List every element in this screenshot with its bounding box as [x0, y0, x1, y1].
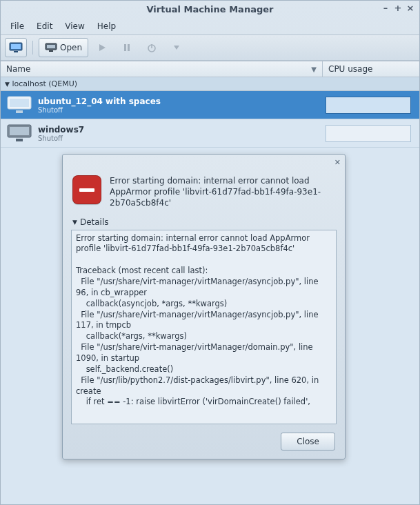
monitor-icon — [6, 95, 32, 115]
menu-edit[interactable]: Edit — [31, 20, 58, 32]
vm-status: Shutoff — [38, 106, 326, 114]
dialog-close-button[interactable]: ✕ — [334, 158, 341, 167]
column-header-name[interactable]: Name ▼ — [1, 61, 323, 77]
error-dialog: ✕ Error starting domain: internal error … — [62, 154, 346, 459]
toolbar-separator — [32, 41, 33, 55]
window-controls: – + × — [381, 3, 415, 13]
pause-icon — [122, 43, 132, 52]
svg-rect-17 — [16, 139, 23, 141]
power-icon — [147, 43, 157, 52]
connection-label: localhost (QEMU) — [12, 79, 77, 88]
titlebar: Virtual Machine Manager – + × — [1, 1, 419, 18]
svg-rect-5 — [49, 50, 53, 52]
run-button[interactable] — [91, 38, 113, 57]
svg-rect-14 — [16, 110, 23, 113]
pause-button[interactable] — [116, 38, 138, 57]
monitor-icon — [6, 123, 32, 143]
open-button[interactable]: Open — [39, 38, 88, 57]
svg-rect-4 — [47, 45, 55, 48]
vm-meta: ubuntu_12_04 with spaces Shutoff — [38, 97, 326, 114]
column-name-label: Name — [6, 64, 30, 74]
vm-row[interactable]: windows7 Shutoff — [1, 119, 419, 148]
svg-rect-7 — [124, 44, 126, 51]
toolbar: Open — [1, 34, 419, 61]
connection-row[interactable]: ▼ localhost (QEMU) — [1, 77, 419, 91]
vm-status: Shutoff — [38, 135, 326, 142]
dialog-titlebar: ✕ — [63, 155, 345, 170]
cpu-usage-cell — [326, 125, 411, 142]
chevron-down-icon — [173, 44, 180, 51]
svg-marker-11 — [174, 46, 179, 50]
play-icon — [97, 43, 107, 52]
new-vm-button[interactable] — [5, 38, 27, 57]
close-window-button[interactable]: × — [406, 3, 415, 13]
svg-rect-13 — [10, 99, 29, 107]
svg-rect-1 — [11, 44, 21, 49]
dialog-footer: Close — [63, 424, 345, 459]
shutdown-menu-button[interactable] — [166, 38, 188, 57]
menu-help[interactable]: Help — [92, 20, 121, 32]
svg-rect-16 — [10, 127, 29, 135]
monitor-new-icon — [9, 42, 23, 53]
details-textbox[interactable]: Error starting domain: internal error ca… — [71, 230, 337, 424]
list-header: Name ▼ CPU usage — [1, 61, 419, 77]
close-button[interactable]: Close — [281, 433, 335, 450]
cpu-usage-cell — [326, 97, 411, 114]
svg-rect-2 — [14, 51, 18, 52]
vm-meta: windows7 Shutoff — [38, 125, 326, 142]
minimize-button[interactable]: – — [381, 3, 390, 13]
vm-name: ubuntu_12_04 with spaces — [38, 97, 326, 106]
maximize-button[interactable]: + — [393, 3, 403, 13]
monitor-icon — [45, 43, 57, 52]
expander-icon: ▼ — [5, 81, 10, 88]
menu-view[interactable]: View — [59, 20, 90, 32]
details-label: Details — [80, 217, 109, 227]
menu-file[interactable]: File — [5, 20, 30, 32]
details-toggle[interactable]: ▼ Details — [72, 217, 335, 227]
shutdown-button[interactable] — [141, 38, 163, 57]
window-title: Virtual Machine Manager — [147, 4, 274, 14]
column-header-cpu[interactable]: CPU usage — [323, 61, 419, 77]
menubar: File Edit View Help — [1, 18, 419, 34]
svg-marker-6 — [99, 44, 106, 51]
dialog-header: Error starting domain: internal error ca… — [63, 170, 345, 217]
error-summary: Error starting domain: internal error ca… — [110, 175, 335, 209]
error-icon — [72, 175, 101, 204]
vm-name: windows7 — [38, 125, 326, 135]
svg-rect-8 — [128, 44, 130, 51]
sort-indicator-icon: ▼ — [311, 66, 317, 73]
chevron-down-icon: ▼ — [72, 219, 77, 226]
vm-row[interactable]: ubuntu_12_04 with spaces Shutoff — [1, 91, 419, 119]
open-button-label: Open — [60, 43, 82, 52]
